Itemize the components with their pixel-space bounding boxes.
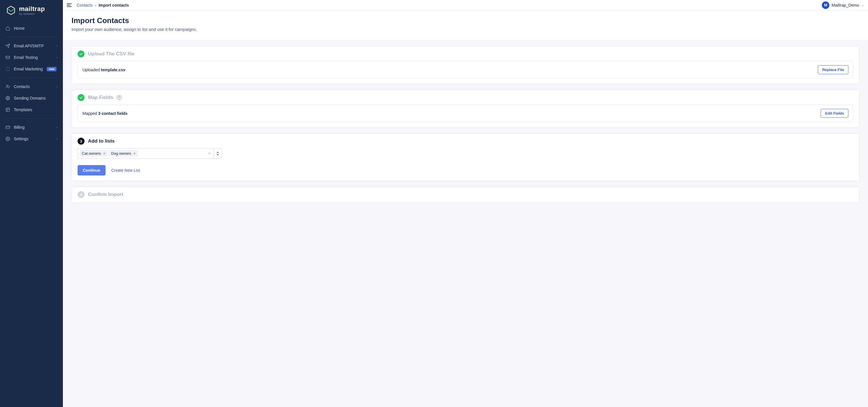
- sidebar-item-label: Home: [14, 26, 25, 31]
- sparkle-icon: [5, 66, 10, 71]
- sidebar-item-email-marketing[interactable]: Email Marketing new: [0, 63, 63, 75]
- gear-icon: [5, 136, 10, 141]
- tags-area[interactable]: Cat owners × Dog owners ×: [78, 148, 205, 158]
- card-icon: [5, 125, 10, 130]
- account-name: Mailtrap_Demo: [832, 3, 859, 7]
- step-upload: Upload The CSV file Uploaded template.cs…: [71, 46, 859, 84]
- step-add-to-lists: 3 Add to lists Cat owners × Dog owners: [71, 133, 859, 181]
- mail-check-icon: [5, 55, 10, 60]
- page-title: Import Contacts: [71, 16, 859, 25]
- sidebar-item-label: Email Testing: [14, 55, 38, 60]
- tag-dog-owners: Dog owners ×: [109, 150, 138, 157]
- logo[interactable]: mailtrap by railsware: [0, 0, 63, 19]
- sidebar-item-label: Contacts: [14, 84, 30, 89]
- layout-icon: [5, 107, 10, 112]
- replace-file-button[interactable]: Replace File: [818, 65, 848, 74]
- menu-toggle-button[interactable]: [66, 2, 73, 9]
- step-title: Add to lists: [88, 138, 115, 144]
- new-badge: new: [47, 67, 56, 71]
- remove-tag-button[interactable]: ×: [133, 151, 136, 155]
- sidebar-item-label: Email API/SMTP: [14, 43, 43, 48]
- chevron-right-icon: ›: [57, 55, 58, 59]
- users-icon: [5, 84, 10, 89]
- sort-icon: [216, 151, 219, 155]
- tag-label: Cat owners: [82, 151, 101, 155]
- svg-rect-4: [6, 126, 9, 128]
- svg-point-1: [6, 85, 8, 87]
- sidebar-item-label: Email Marketing: [14, 67, 43, 71]
- create-new-list-button[interactable]: Create New List: [111, 168, 140, 173]
- sidebar-nav: Home Email API/SMTP › Email Testing › Em…: [0, 19, 63, 149]
- chevron-right-icon: ›: [57, 85, 58, 89]
- globe-icon: [5, 95, 10, 101]
- main: Contacts › Import contacts M Mailtrap_De…: [63, 0, 868, 407]
- tag-label: Dog owners: [111, 151, 131, 155]
- sidebar-item-templates[interactable]: Templates: [0, 104, 63, 115]
- sidebar-item-email-testing[interactable]: Email Testing ›: [0, 52, 63, 63]
- sidebar-item-settings[interactable]: Settings ›: [0, 133, 63, 145]
- chevron-right-icon: ›: [57, 125, 58, 129]
- help-icon[interactable]: ?: [117, 95, 121, 100]
- tag-cat-owners: Cat owners ×: [80, 150, 107, 157]
- sidebar-item-home[interactable]: Home: [0, 23, 63, 34]
- account-menu[interactable]: M Mailtrap_Demo ⌄: [822, 1, 864, 9]
- step-number: 3: [78, 138, 85, 145]
- breadcrumb: Contacts › Import contacts: [77, 3, 129, 7]
- content-area: Upload The CSV file Uploaded template.cs…: [63, 40, 868, 407]
- map-summary-row: Mapped 3 contact fields Edit Fields: [78, 105, 853, 122]
- step-confirm: 4 Confirm Import: [71, 187, 859, 203]
- breadcrumb-separator: ›: [95, 3, 96, 7]
- send-icon: [5, 43, 10, 49]
- home-icon: [5, 26, 10, 31]
- topbar: Contacts › Import contacts M Mailtrap_De…: [63, 0, 868, 10]
- sidebar-item-label: Billing: [14, 125, 25, 129]
- upload-summary: Uploaded template.csv: [83, 67, 125, 72]
- sidebar-item-sending-domains[interactable]: Sending Domains: [0, 92, 63, 104]
- chevron-down-icon: ⌄: [861, 3, 864, 7]
- avatar: M: [822, 1, 829, 9]
- sidebar-item-label: Templates: [14, 107, 32, 112]
- map-summary: Mapped 3 contact fields: [83, 111, 127, 116]
- menu-icon: [66, 2, 72, 8]
- edit-fields-button[interactable]: Edit Fields: [821, 109, 848, 118]
- chevron-right-icon: ›: [57, 44, 58, 48]
- svg-point-5: [7, 138, 8, 139]
- check-icon: [78, 94, 85, 101]
- sidebar-item-contacts[interactable]: Contacts ›: [0, 81, 63, 92]
- lists-multiselect[interactable]: Cat owners × Dog owners × ×: [78, 148, 222, 159]
- breadcrumb-current: Import contacts: [99, 3, 129, 7]
- logo-icon: [6, 5, 16, 16]
- sidebar-item-label: Settings: [14, 137, 29, 141]
- step-title: Upload The CSV file: [88, 51, 135, 57]
- dropdown-toggle[interactable]: [214, 148, 221, 158]
- step-map: Map Fields ? Mapped 3 contact fields Edi…: [71, 90, 859, 127]
- svg-rect-0: [6, 56, 9, 59]
- step-title: Confirm Import: [88, 192, 123, 198]
- svg-rect-3: [6, 108, 9, 111]
- continue-button[interactable]: Continue: [78, 165, 105, 175]
- clear-all-button[interactable]: ×: [205, 148, 214, 158]
- upload-summary-row: Uploaded template.csv Replace File: [78, 61, 853, 79]
- sidebar: mailtrap by railsware Home Email API/SMT…: [0, 0, 63, 407]
- chevron-right-icon: ›: [57, 137, 58, 141]
- page-subtitle: Import your own audience, assign to list…: [71, 27, 859, 32]
- check-icon: [78, 51, 85, 57]
- breadcrumb-parent[interactable]: Contacts: [77, 3, 93, 7]
- sidebar-item-label: Sending Domains: [14, 96, 46, 100]
- brand-byline: by railsware: [19, 13, 45, 15]
- step-number: 4: [78, 191, 85, 198]
- sidebar-item-email-api[interactable]: Email API/SMTP ›: [0, 40, 63, 52]
- page-header: Import Contacts Import your own audience…: [63, 10, 868, 40]
- remove-tag-button[interactable]: ×: [103, 151, 105, 155]
- sidebar-item-billing[interactable]: Billing ›: [0, 121, 63, 133]
- brand-name: mailtrap: [19, 6, 45, 12]
- step-title: Map Fields: [88, 95, 113, 100]
